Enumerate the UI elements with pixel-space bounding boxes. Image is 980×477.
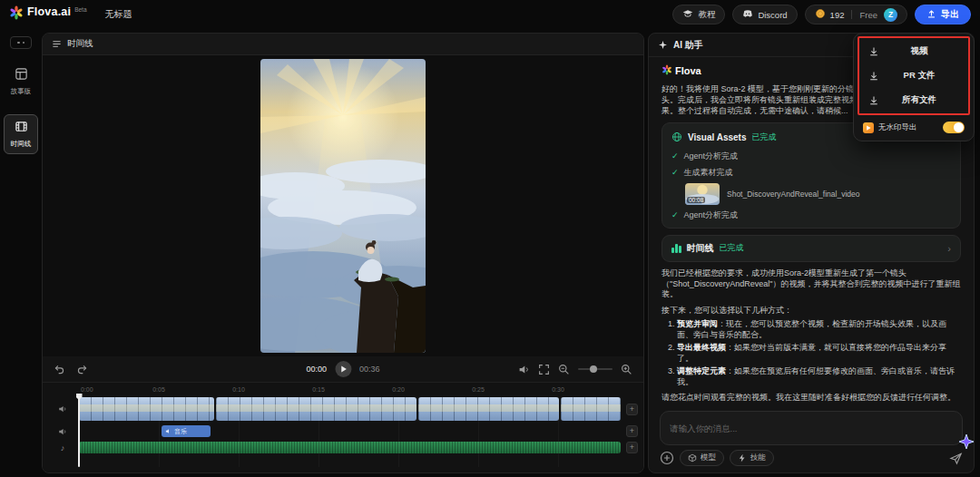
filmstrip-icon xyxy=(15,120,28,137)
message-input[interactable] xyxy=(660,411,963,445)
app-root: Flova.ai Beta 无标题 教程 Discord 192 xyxy=(0,0,980,477)
sidebar-collapse-handle[interactable] xyxy=(10,36,32,49)
assistant-next-steps-intro: 接下来，您可以选择以下几种方式： xyxy=(662,306,961,316)
video-clip[interactable] xyxy=(79,397,214,421)
export-button[interactable]: 导出 xyxy=(915,5,971,24)
brand: Flova.ai Beta xyxy=(9,5,87,24)
audio-track-controls xyxy=(50,423,75,440)
beta-badge: Beta xyxy=(74,6,86,13)
check-icon: ✓ xyxy=(671,168,679,177)
audio-lane: 音乐 xyxy=(79,425,621,437)
topbar-actions: 教程 Discord 192 Free Z xyxy=(672,5,971,24)
graduation-cap-icon xyxy=(682,8,693,21)
option-item: 导出最终视频：如果您对当前版本满意，就可以直接将您的作品导出来分享了。 xyxy=(677,343,961,365)
video-clip[interactable] xyxy=(216,397,416,421)
option-item: 预览并审阅：现在，您可以预览整个视频，检查新的开场镜头效果，以及画面、旁白与音乐… xyxy=(677,319,961,341)
watermark-toggle[interactable] xyxy=(943,122,965,133)
download-icon xyxy=(868,46,879,57)
check-icon: ✓ xyxy=(671,210,679,219)
export-option-all-files[interactable]: 所有文件 xyxy=(861,90,966,111)
storyboard-icon xyxy=(15,67,28,84)
asset-thumbnail[interactable]: 00:08 xyxy=(685,183,720,205)
zoom-in-icon[interactable] xyxy=(621,364,632,375)
video-clip[interactable] xyxy=(561,397,621,421)
download-icon xyxy=(868,95,879,106)
video-preview[interactable] xyxy=(260,59,426,353)
sidebar-item-timeline[interactable]: 时间线 xyxy=(4,114,38,154)
add-clip-button[interactable]: + xyxy=(626,442,638,453)
play-button[interactable] xyxy=(335,361,351,377)
speaker-icon xyxy=(165,428,172,435)
flova-logo-icon xyxy=(9,5,24,24)
export-option-video[interactable]: 视频 xyxy=(861,41,966,62)
current-time: 00:00 xyxy=(306,365,327,374)
timeline-card[interactable]: 时间线 已完成 › xyxy=(662,235,961,262)
send-button[interactable] xyxy=(949,452,963,465)
model-chip[interactable]: 模型 xyxy=(680,450,724,466)
export-option-pr-file[interactable]: PR 文件 xyxy=(861,65,966,86)
cube-icon xyxy=(688,453,697,462)
assistant-message-closing: 请您花点时间观看完整的视频。我在这里随时准备好根据您的反馈进行任何调整。 xyxy=(662,393,961,402)
track-volume-icon[interactable] xyxy=(58,401,67,417)
playhead[interactable] xyxy=(78,394,80,467)
user-avatar[interactable]: Z xyxy=(884,8,897,22)
document-title[interactable]: 无标题 xyxy=(105,8,132,21)
timeline-zoom-slider[interactable] xyxy=(578,368,612,370)
playback-controls: 00:00 00:36 xyxy=(43,356,643,382)
generated-asset-row: 00:08 Shot_DiscoveryAndReveal_final_vide… xyxy=(685,183,951,205)
fullscreen-icon[interactable] xyxy=(538,364,550,375)
redo-button[interactable] xyxy=(76,364,88,375)
option-item: 调整特定元素：如果您在预览后有任何想要修改的画面、旁白或音乐，请告诉我。 xyxy=(677,366,961,388)
music-track-controls: ♪ xyxy=(50,443,75,453)
credits-count: 192 xyxy=(830,10,845,20)
plan-label: Free xyxy=(859,10,877,20)
sparkle-icon xyxy=(658,37,668,54)
watermark-icon xyxy=(863,122,874,133)
options-list: 预览并审阅：现在，您可以预览整个视频，检查新的开场镜头效果，以及画面、旁白与音乐… xyxy=(665,319,961,387)
credits-badge[interactable]: 192 Free Z xyxy=(805,5,907,24)
send-icon xyxy=(949,452,963,465)
tutorial-button[interactable]: 教程 xyxy=(672,5,725,24)
video-track-controls xyxy=(50,401,75,417)
flova-logo-icon xyxy=(662,63,672,79)
step-row: ✓ Agent分析完成 xyxy=(671,209,951,221)
topbar: Flova.ai Beta 无标题 教程 Discord 192 xyxy=(0,0,980,29)
skills-chip[interactable]: 技能 xyxy=(730,450,774,466)
editor-header: 时间线 xyxy=(43,34,643,55)
music-note-icon[interactable]: ♪ xyxy=(61,443,65,453)
upload-icon xyxy=(926,9,936,21)
card-status: 已完成 xyxy=(720,242,744,254)
assistant-panel-title: AI 助手 xyxy=(673,39,703,52)
check-icon: ✓ xyxy=(671,151,679,161)
audio-clip[interactable]: 音乐 xyxy=(162,425,211,437)
add-clip-button[interactable]: + xyxy=(626,425,638,437)
attach-button[interactable] xyxy=(660,451,674,465)
volume-icon[interactable] xyxy=(518,364,530,375)
timeline-bars-icon xyxy=(671,244,681,253)
timeline-panel-icon xyxy=(52,36,62,53)
music-clip[interactable] xyxy=(79,442,621,453)
discord-button[interactable]: Discord xyxy=(732,5,797,24)
track-volume-icon[interactable] xyxy=(58,423,67,440)
card-status: 已完成 xyxy=(751,131,776,143)
discord-icon xyxy=(742,8,753,21)
add-clip-button[interactable]: + xyxy=(626,404,638,415)
music-track: ♪ + xyxy=(79,442,643,453)
timeline-ruler[interactable]: 0:00 0:05 0:10 0:15 0:20 0:25 0:30 xyxy=(79,383,643,397)
video-preview-area[interactable] xyxy=(43,55,643,356)
duration: 00:36 xyxy=(359,365,380,374)
chevron-right-icon[interactable]: › xyxy=(947,243,951,254)
zoom-out-icon[interactable] xyxy=(558,364,570,375)
undo-button[interactable] xyxy=(54,364,65,375)
editor-panel-title: 时间线 xyxy=(67,38,93,50)
coin-icon xyxy=(815,8,826,21)
assistant-brand-name: Flova xyxy=(675,65,701,76)
card-title: 时间线 xyxy=(687,242,714,255)
video-preview-art xyxy=(260,59,426,353)
left-rail: 故事版 时间线 xyxy=(0,29,42,477)
video-clip[interactable] xyxy=(418,397,559,421)
timeline: 0:00 0:05 0:10 0:15 0:20 0:25 0:30 xyxy=(43,382,643,472)
sidebar-item-storyboard[interactable]: 故事版 xyxy=(4,62,38,102)
brand-name: Flova.ai xyxy=(27,5,71,18)
audio-track: 音乐 + xyxy=(79,425,643,437)
